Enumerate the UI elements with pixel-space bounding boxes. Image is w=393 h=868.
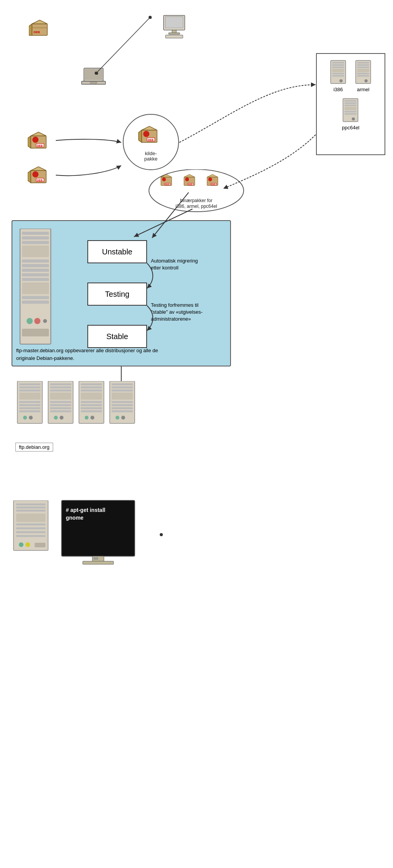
svg-rect-136 <box>112 404 133 406</box>
svg-rect-49 <box>357 75 369 77</box>
svg-text:pakke: pakke <box>144 156 158 162</box>
svg-point-139 <box>115 416 119 420</box>
svg-rect-78 <box>22 232 49 235</box>
arch-ppc64el: ppc64el <box>342 98 360 130</box>
svg-point-92 <box>43 319 47 323</box>
svg-rect-87 <box>22 283 49 294</box>
terminal-monitor: # apt-get install gnome <box>60 498 137 573</box>
svg-rect-124 <box>81 401 102 403</box>
svg-text:DEB: DEB <box>37 144 43 147</box>
svg-point-67 <box>185 177 189 181</box>
svg-rect-79 <box>22 236 49 239</box>
end-user-desktop <box>12 500 50 564</box>
svg-rect-133 <box>112 390 133 391</box>
svg-rect-44 <box>357 62 369 64</box>
svg-rect-39 <box>332 69 344 72</box>
svg-text:gnome: gnome <box>66 515 84 521</box>
svg-point-150 <box>19 542 23 547</box>
svg-rect-127 <box>81 410 102 412</box>
svg-point-91 <box>34 318 40 324</box>
svg-rect-89 <box>22 301 49 304</box>
arch-armel: armel <box>355 60 372 92</box>
svg-rect-98 <box>19 383 40 385</box>
svg-rect-84 <box>22 269 49 272</box>
svg-rect-104 <box>19 407 40 409</box>
svg-rect-113 <box>50 401 71 403</box>
svg-rect-53 <box>345 102 356 104</box>
dot-1 <box>149 16 152 19</box>
svg-rect-83 <box>22 264 49 267</box>
svg-rect-80 <box>22 241 49 244</box>
svg-rect-144 <box>16 510 45 512</box>
svg-marker-2 <box>29 24 32 35</box>
svg-point-62 <box>162 177 166 181</box>
svg-point-23 <box>32 171 38 177</box>
dot-3 <box>160 533 163 536</box>
svg-rect-56 <box>345 111 356 112</box>
ftp-master-footer: ftp-master.debian.org oppbevarerer alle … <box>16 347 158 362</box>
arch-row-1: i386 armel <box>329 60 372 92</box>
svg-point-30 <box>143 131 149 137</box>
svg-rect-41 <box>332 75 344 77</box>
svg-rect-142 <box>16 503 45 505</box>
svg-point-90 <box>27 318 33 324</box>
svg-rect-143 <box>16 507 45 508</box>
svg-rect-149 <box>16 535 45 537</box>
svg-rect-81 <box>22 246 49 257</box>
svg-rect-134 <box>112 393 133 400</box>
svg-text:DEB: DEB <box>188 183 192 186</box>
dot-2 <box>95 72 98 75</box>
svg-rect-52 <box>345 100 356 102</box>
arch-ppc64el-label: ppc64el <box>342 125 360 130</box>
arch-armel-label: armel <box>357 87 370 92</box>
svg-rect-125 <box>81 404 102 406</box>
svg-rect-55 <box>345 107 356 110</box>
diagram-container: DEB <box>0 0 393 868</box>
svg-rect-45 <box>357 64 369 66</box>
svg-rect-100 <box>19 390 40 391</box>
svg-rect-131 <box>112 383 133 385</box>
deb-pkg-2: DEB <box>28 164 49 185</box>
deb-pkg-1: DEB <box>28 129 49 150</box>
svg-marker-21 <box>31 167 46 171</box>
server-tower-icon <box>16 229 55 353</box>
svg-rect-11 <box>85 69 102 80</box>
svg-rect-46 <box>357 67 369 68</box>
svg-rect-146 <box>16 523 45 525</box>
svg-rect-112 <box>50 393 71 400</box>
svg-point-107 <box>29 416 33 420</box>
svg-point-17 <box>32 137 38 143</box>
svg-text:kilde-: kilde- <box>145 151 157 156</box>
svg-rect-152 <box>35 543 45 547</box>
svg-text:DEB: DEB <box>148 139 154 141</box>
svg-marker-1 <box>32 20 47 24</box>
svg-rect-8 <box>169 33 180 34</box>
svg-rect-120 <box>81 383 102 385</box>
svg-point-72 <box>208 177 212 181</box>
svg-rect-137 <box>112 407 133 409</box>
svg-point-42 <box>339 79 343 82</box>
svg-rect-105 <box>19 410 40 412</box>
svg-rect-116 <box>50 410 71 412</box>
svg-rect-158 <box>83 561 114 564</box>
svg-text:DEB: DEB <box>211 183 216 186</box>
svg-point-140 <box>121 416 125 420</box>
svg-rect-40 <box>332 73 344 74</box>
svg-rect-85 <box>22 273 49 276</box>
arch-i386: i386 <box>329 60 347 92</box>
source-pkg-ellipse: DEB kilde- pakke <box>122 114 179 171</box>
svg-rect-57 <box>345 113 356 115</box>
mirrors-section <box>15 381 137 427</box>
svg-rect-93 <box>22 329 49 336</box>
svg-rect-38 <box>332 67 344 68</box>
svg-rect-148 <box>16 531 45 533</box>
svg-point-128 <box>85 416 89 420</box>
arch-i386-label: i386 <box>333 87 343 92</box>
svg-rect-6 <box>165 17 183 28</box>
svg-rect-37 <box>332 64 344 66</box>
svg-rect-147 <box>16 527 45 529</box>
svg-text:i386, armel, ppc64el: i386, armel, ppc64el <box>176 204 217 209</box>
svg-text:# apt-get install: # apt-get install <box>66 507 105 513</box>
arch-box: i386 armel <box>316 53 385 155</box>
svg-rect-114 <box>50 404 71 406</box>
